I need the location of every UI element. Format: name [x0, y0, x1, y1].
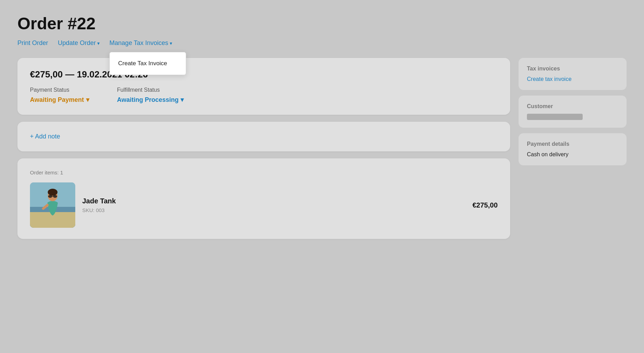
svg-point-6	[48, 195, 52, 198]
order-item-row: Jade Tank SKU: 003 €275,00	[30, 182, 498, 228]
add-note-card: + Add note	[17, 122, 510, 151]
update-order-chevron-icon: ▾	[97, 40, 100, 46]
action-bar: Print Order Update Order ▾ Manage Tax In…	[17, 39, 627, 47]
fulfillment-status-label: Fulfillment Status	[117, 87, 184, 93]
svg-point-7	[53, 195, 57, 198]
item-details: Jade Tank SKU: 003	[82, 197, 466, 213]
fulfillment-status-dropdown[interactable]: Awaiting Processing ▾	[117, 96, 184, 104]
payment-status-section: Payment Status Awaiting Payment ▾	[30, 87, 89, 104]
sidebar-tax-invoices-card: Tax invoices Create tax invoice	[519, 58, 627, 90]
product-image	[30, 182, 75, 228]
payment-status-label: Payment Status	[30, 87, 89, 93]
order-summary-card: €275,00 — 19.02.2021 02:26 Payment Statu…	[17, 58, 510, 115]
create-tax-invoice-menu-item[interactable]: Create Tax Invoice	[110, 55, 186, 72]
status-row: Payment Status Awaiting Payment ▾ Fulfil…	[30, 87, 498, 104]
sidebar-customer-card: Customer	[519, 96, 627, 128]
payment-status-dropdown[interactable]: Awaiting Payment ▾	[30, 96, 89, 104]
fulfillment-status-section: Fulfillment Status Awaiting Processing ▾	[117, 87, 184, 104]
create-tax-invoice-link[interactable]: Create tax invoice	[527, 76, 572, 82]
sidebar: Tax invoices Create tax invoice Customer…	[519, 58, 627, 165]
item-price: €275,00	[473, 201, 498, 209]
item-name: Jade Tank	[82, 197, 466, 205]
manage-tax-invoices-link[interactable]: Manage Tax Invoices ▾	[109, 39, 172, 47]
payment-details-value: Cash on delivery	[527, 151, 618, 158]
manage-tax-dropdown-menu: Create Tax Invoice	[109, 52, 186, 75]
item-sku: SKU: 003	[82, 207, 466, 213]
manage-tax-chevron-icon: ▾	[170, 40, 172, 46]
sidebar-payment-details-card: Payment details Cash on delivery	[519, 133, 627, 165]
payment-details-title: Payment details	[527, 141, 618, 147]
main-layout: €275,00 — 19.02.2021 02:26 Payment Statu…	[17, 58, 627, 239]
order-items-card: Order items: 1	[17, 158, 510, 239]
main-content: €275,00 — 19.02.2021 02:26 Payment Statu…	[17, 58, 510, 239]
order-items-label: Order items: 1	[30, 170, 498, 175]
update-order-link[interactable]: Update Order ▾	[58, 39, 100, 47]
fulfillment-status-chevron-icon: ▾	[181, 96, 184, 104]
add-note-button[interactable]: + Add note	[30, 133, 498, 140]
tax-invoices-title: Tax invoices	[527, 66, 618, 72]
customer-name-blurred	[527, 114, 583, 120]
svg-point-4	[48, 189, 58, 196]
print-order-link[interactable]: Print Order	[17, 39, 48, 47]
customer-title: Customer	[527, 103, 618, 110]
payment-status-chevron-icon: ▾	[86, 96, 89, 104]
page-title: Order #22	[17, 14, 627, 33]
order-amount-date: €275,00 — 19.02.2021 02:26	[30, 69, 498, 80]
manage-tax-invoices-dropdown: Manage Tax Invoices ▾ Create Tax Invoice	[109, 39, 172, 47]
